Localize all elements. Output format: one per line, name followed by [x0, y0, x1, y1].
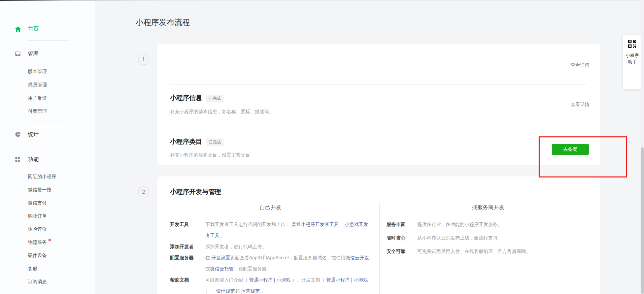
sidebar-subitem-label: 微信搜一搜	[28, 187, 52, 193]
sidebar-item-nearby-miniprogram[interactable]: 附近的小程序	[28, 174, 56, 181]
inline-link[interactable]: 小游戏	[276, 277, 291, 283]
assistant-label: 小程序 助手	[623, 52, 642, 65]
row-title-text: 小程序信息	[170, 94, 202, 102]
inline-link[interactable]: |	[350, 277, 353, 283]
sidebar-item-user-feedback[interactable]: 用户反馈	[28, 95, 47, 102]
inline-link[interactable]: 设计规范	[216, 288, 235, 294]
sidebar-item-label: 首页	[28, 26, 39, 33]
inline-link[interactable]: 开发设置	[211, 255, 230, 260]
row-title-miniprogram-info: 小程序信息 已完成	[170, 94, 224, 102]
development-columns: 自己开发 开发工具 下载开发者工具进行代码的开发和上传： 普通小程序开发者工具、…	[157, 202, 600, 294]
dev-row-text: 添加开发者，进行代码上传。	[205, 241, 371, 252]
sidebar-subitem-label: 附近的小程序	[28, 174, 56, 180]
row-desc-miniprogram-info: 补充小程序的基本信息，如名称、图标、描述等。	[170, 109, 274, 115]
sidebar-divider	[28, 146, 69, 146]
self-develop-column: 自己开发 开发工具 下载开发者工具进行代码的开发和上传： 普通小程序开发者工具、…	[157, 202, 380, 294]
pie-chart-icon	[14, 131, 22, 138]
sidebar: 首页 管理 版本管理 成员管理 用户反馈 付费管理 统计	[0, 1, 95, 294]
sidebar-item-logistics-service[interactable]: 物流服务	[28, 239, 51, 246]
dev-row-text: 可以阅读入门介绍（ 普通小程序 | 小游戏 ）、开发文档（ 普通小程序 | 小游…	[205, 274, 371, 294]
view-details-link[interactable]: 查看详情	[571, 102, 589, 108]
grid-icon	[14, 156, 22, 163]
miniprogram-assistant-widget[interactable]: 小程序 助手	[623, 35, 642, 89]
assistant-label-line1: 小程序	[623, 52, 642, 59]
dev-row-add-developer: 添加开发者 添加开发者，进行代码上传。	[170, 241, 371, 252]
sp-row-text: 从小程序认证到发布上线，全流程支持。	[417, 233, 590, 242]
inline-link[interactable]: 微信云开发	[345, 255, 369, 260]
text-segment: 和	[235, 288, 241, 294]
sp-row-label: 安全可靠	[386, 247, 417, 256]
sidebar-subitem-label: 订阅消息	[28, 279, 47, 285]
service-provider-column: 找服务商开发 服务丰富 提供多行业、多功能的小程序开发服务。 省时省心 从小程序…	[380, 202, 600, 294]
inline-link[interactable]: 普通小程序开发者工具	[292, 222, 339, 227]
inline-link[interactable]: 小游戏	[354, 277, 368, 283]
inline-link[interactable]: |	[273, 277, 276, 283]
status-badge: 已完成	[206, 95, 224, 102]
sidebar-item-shopping-orders[interactable]: 购物订单	[28, 213, 47, 220]
text-segment: 。	[219, 233, 226, 238]
sidebar-subitem-label: 硬件设备	[28, 253, 47, 259]
dev-row-text: 下载开发者工具进行代码的开发和上传： 普通小程序开发者工具、 小游戏开发者工具 …	[205, 219, 371, 241]
dev-row-tools: 开发工具 下载开发者工具进行代码的开发和上传： 普通小程序开发者工具、 小游戏开…	[170, 219, 371, 241]
sp-row-rich-service: 服务丰富 提供多行业、多功能的小程序开发服务。	[386, 220, 590, 229]
text-segment: 在	[205, 255, 211, 260]
view-details-link[interactable]: 查看详情	[571, 62, 589, 68]
sidebar-item-hardware-devices[interactable]: 硬件设备	[28, 253, 47, 259]
dev-row-label: 配置服务器	[170, 252, 205, 274]
step-number-2: 2	[138, 186, 149, 197]
scrollbar-thumb[interactable]	[641, 147, 644, 294]
sidebar-subitem-label: 微信支付	[28, 200, 47, 206]
home-icon	[14, 25, 22, 33]
assistant-divider	[625, 70, 639, 70]
row-title-text: 小程序类目	[170, 137, 202, 146]
sidebar-subitem-label: 购物订单	[28, 213, 47, 219]
sidebar-item-wechat-search[interactable]: 微信搜一搜	[28, 187, 52, 194]
dev-row-label: 帮助文档	[170, 274, 205, 294]
inline-link[interactable]: 微信云托管	[210, 266, 234, 271]
sidebar-group-label: 功能	[28, 156, 39, 163]
sidebar-item-member-management[interactable]: 成员管理	[28, 82, 47, 89]
sidebar-divider	[28, 40, 69, 41]
publish-steps-card: 小程序信息 已完成 补充小程序的基本信息，如名称、图标、描述等。 查看详情 小程…	[157, 44, 600, 165]
status-badge: 已完成	[206, 138, 224, 146]
self-develop-rows: 开发工具 下载开发者工具进行代码的开发和上传： 普通小程序开发者工具、 小游戏开…	[170, 219, 371, 294]
text-segment: 。	[260, 288, 266, 294]
sp-row-label: 省时省心	[386, 233, 417, 242]
sidebar-item-version-management[interactable]: 版本管理	[28, 69, 47, 75]
step-number-text: 1	[142, 56, 145, 63]
inbox-icon	[14, 50, 22, 58]
inline-link[interactable]: 运营规范	[241, 288, 260, 294]
sidebar-subitem-label: 客服	[28, 266, 37, 272]
sidebar-group-features[interactable]: 功能	[0, 155, 95, 164]
sidebar-group-management[interactable]: 管理	[0, 50, 95, 58]
development-card: 小程序开发与管理 自己开发 开发工具 下载开发者工具进行代码的开发和上传： 普通…	[157, 176, 600, 294]
inline-link[interactable]: 普通小程序	[249, 277, 273, 283]
step-number-1: 1	[138, 54, 149, 65]
assistant-label-line2: 助手	[623, 59, 642, 65]
scrollbar-track[interactable]	[641, 0, 644, 294]
dev-row-configure-server: 配置服务器 在 开发设置页面查看AppID和AppSecret，配置服务器域名，…	[170, 252, 371, 274]
sidebar-item-subscribe-message[interactable]: 订阅消息	[28, 279, 47, 286]
sidebar-item-home[interactable]: 首页	[0, 25, 95, 33]
text-segment: 添加开发者，进行代码上传。	[205, 244, 267, 249]
dev-row-help-docs: 帮助文档 可以阅读入门介绍（ 普通小程序 | 小游戏 ）、开发文档（ 普通小程序…	[170, 274, 371, 294]
sidebar-subitem-label: 用户反馈	[28, 95, 47, 101]
sidebar-subitem-label: 成员管理	[28, 82, 47, 88]
sp-row-label: 服务丰富	[386, 220, 417, 229]
sidebar-item-wechat-pay[interactable]: 微信支付	[28, 200, 47, 207]
sidebar-item-customer-service[interactable]: 客服	[28, 266, 37, 272]
sidebar-subitem-label: 版本管理	[28, 69, 47, 75]
go-beian-button[interactable]: 去备案	[552, 144, 589, 155]
sidebar-subitem-label: 付费管理	[28, 108, 47, 115]
section-title-development: 小程序开发与管理	[170, 188, 221, 196]
inline-link[interactable]: 普通小程序	[326, 277, 350, 283]
sidebar-item-experience-review[interactable]: 体验评价	[28, 226, 47, 233]
text-segment: ，免配置服务器。	[234, 266, 271, 271]
sidebar-item-payment-management[interactable]: 付费管理	[28, 108, 47, 115]
sp-row-text: 提供多行业、多功能的小程序开发服务。	[417, 220, 590, 229]
text-segment: 可以阅读入门介绍（	[205, 277, 249, 283]
card-divider	[170, 127, 587, 127]
notification-dot	[48, 239, 51, 241]
sidebar-group-statistics[interactable]: 统计	[0, 130, 95, 139]
column-header-service-provider: 找服务商开发	[386, 204, 590, 211]
